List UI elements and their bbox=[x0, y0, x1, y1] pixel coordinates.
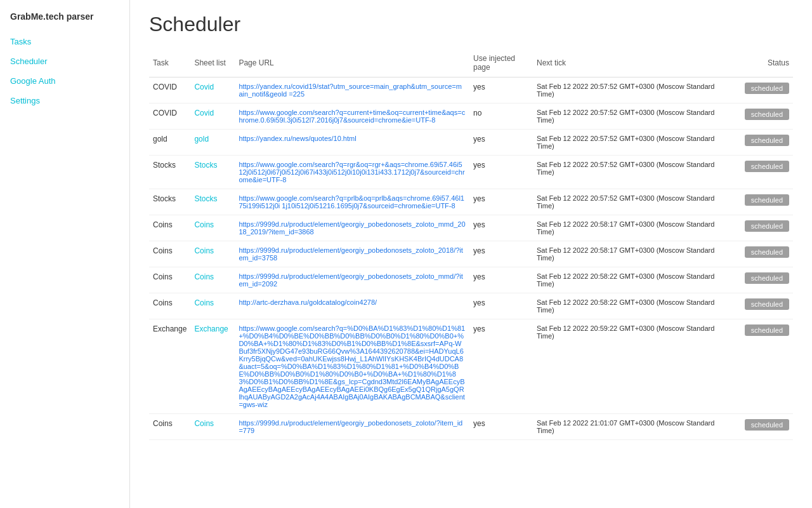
cell-url[interactable]: http://artc-derzhava.ru/goldcatalog/coin… bbox=[235, 293, 469, 319]
header-status: Status bbox=[730, 49, 793, 77]
cell-status: scheduled bbox=[730, 267, 793, 293]
cell-status: scheduled bbox=[730, 241, 793, 267]
cell-sheet[interactable]: Stocks bbox=[190, 189, 235, 215]
table-row: Coins Coins https://9999d.ru/product/ele… bbox=[149, 215, 793, 241]
cell-status: scheduled bbox=[730, 156, 793, 189]
cell-url[interactable]: https://9999d.ru/product/element/georgiy… bbox=[235, 414, 469, 440]
cell-sheet[interactable]: Coins bbox=[190, 215, 235, 241]
status-badge: scheduled bbox=[745, 324, 789, 336]
cell-task: COVID bbox=[149, 77, 190, 104]
cell-task: Stocks bbox=[149, 189, 190, 215]
cell-nexttick: Sat Feb 12 2022 20:58:22 GMT+0300 (Mosco… bbox=[533, 293, 730, 319]
cell-injected: yes bbox=[469, 293, 533, 319]
table-row: Coins Coins https://9999d.ru/product/ele… bbox=[149, 414, 793, 440]
header-injected: Use injected page bbox=[469, 49, 533, 77]
cell-status: scheduled bbox=[730, 130, 793, 156]
header-nexttick: Next tick bbox=[533, 49, 730, 77]
cell-url[interactable]: https://www.google.com/search?q=%D0%BA%D… bbox=[235, 319, 469, 414]
cell-url[interactable]: https://yandex.ru/news/quotes/10.html bbox=[235, 130, 469, 156]
cell-task: Exchange bbox=[149, 319, 190, 414]
status-badge: scheduled bbox=[745, 220, 789, 232]
table-row: Exchange Exchange https://www.google.com… bbox=[149, 319, 793, 414]
cell-sheet[interactable]: Coins bbox=[190, 414, 235, 440]
page-title: Scheduler bbox=[149, 13, 793, 36]
app-title: GrabMe.tech parser bbox=[0, 6, 129, 32]
cell-nexttick: Sat Feb 12 2022 21:01:07 GMT+0300 (Mosco… bbox=[533, 414, 730, 440]
cell-status: scheduled bbox=[730, 293, 793, 319]
header-task: Task bbox=[149, 49, 190, 77]
cell-nexttick: Sat Feb 12 2022 20:58:17 GMT+0300 (Mosco… bbox=[533, 241, 730, 267]
cell-injected: yes bbox=[469, 267, 533, 293]
cell-status: scheduled bbox=[730, 414, 793, 440]
sidebar-item-google-auth[interactable]: Google Auth bbox=[0, 71, 129, 91]
sidebar: GrabMe.tech parser Tasks Scheduler Googl… bbox=[0, 0, 130, 508]
cell-nexttick: Sat Feb 12 2022 20:57:52 GMT+0300 (Mosco… bbox=[533, 77, 730, 104]
cell-nexttick: Sat Feb 12 2022 20:58:17 GMT+0300 (Mosco… bbox=[533, 215, 730, 241]
cell-sheet[interactable]: Exchange bbox=[190, 319, 235, 414]
header-sheet: Sheet list bbox=[190, 49, 235, 77]
cell-sheet[interactable]: Covid bbox=[190, 104, 235, 130]
main-content: Scheduler Task Sheet list Page URL Use i… bbox=[130, 0, 812, 508]
cell-sheet[interactable]: Coins bbox=[190, 293, 235, 319]
sidebar-item-tasks[interactable]: Tasks bbox=[0, 32, 129, 51]
cell-nexttick: Sat Feb 12 2022 20:57:52 GMT+0300 (Mosco… bbox=[533, 156, 730, 189]
cell-task: Coins bbox=[149, 241, 190, 267]
cell-nexttick: Sat Feb 12 2022 20:57:52 GMT+0300 (Mosco… bbox=[533, 189, 730, 215]
cell-task: COVID bbox=[149, 104, 190, 130]
cell-injected: yes bbox=[469, 156, 533, 189]
cell-status: scheduled bbox=[730, 189, 793, 215]
scheduler-table: Task Sheet list Page URL Use injected pa… bbox=[149, 49, 793, 440]
cell-sheet[interactable]: Stocks bbox=[190, 156, 235, 189]
cell-injected: yes bbox=[469, 130, 533, 156]
cell-url[interactable]: https://9999d.ru/product/element/georgiy… bbox=[235, 267, 469, 293]
cell-nexttick: Sat Feb 12 2022 20:59:22 GMT+0300 (Mosco… bbox=[533, 319, 730, 414]
cell-nexttick: Sat Feb 12 2022 20:58:22 GMT+0300 (Mosco… bbox=[533, 267, 730, 293]
cell-status: scheduled bbox=[730, 77, 793, 104]
status-badge: scheduled bbox=[745, 194, 789, 206]
cell-injected: yes bbox=[469, 215, 533, 241]
cell-task: Coins bbox=[149, 414, 190, 440]
status-badge: scheduled bbox=[745, 246, 789, 258]
cell-injected: yes bbox=[469, 189, 533, 215]
cell-task: Coins bbox=[149, 293, 190, 319]
cell-url[interactable]: https://www.google.com/search?q=prlb&oq=… bbox=[235, 189, 469, 215]
cell-url[interactable]: https://www.google.com/search?q=current+… bbox=[235, 104, 469, 130]
table-body: COVID Covid https://yandex.ru/covid19/st… bbox=[149, 77, 793, 440]
status-badge: scheduled bbox=[745, 135, 789, 146]
cell-url[interactable]: https://9999d.ru/product/element/georgiy… bbox=[235, 215, 469, 241]
cell-url[interactable]: https://www.google.com/search?q=rgr&oq=r… bbox=[235, 156, 469, 189]
cell-sheet[interactable]: Coins bbox=[190, 241, 235, 267]
status-badge: scheduled bbox=[745, 419, 789, 431]
cell-injected: yes bbox=[469, 77, 533, 104]
status-badge: scheduled bbox=[745, 298, 789, 310]
table-row: COVID Covid https://www.google.com/searc… bbox=[149, 104, 793, 130]
status-badge: scheduled bbox=[745, 272, 789, 284]
cell-url[interactable]: https://yandex.ru/covid19/stat?utm_sourc… bbox=[235, 77, 469, 104]
status-badge: scheduled bbox=[745, 109, 789, 120]
cell-status: scheduled bbox=[730, 215, 793, 241]
sidebar-item-scheduler[interactable]: Scheduler bbox=[0, 51, 129, 71]
cell-nexttick: Sat Feb 12 2022 20:57:52 GMT+0300 (Mosco… bbox=[533, 130, 730, 156]
cell-injected: yes bbox=[469, 319, 533, 414]
status-badge: scheduled bbox=[745, 83, 789, 94]
cell-url[interactable]: https://9999d.ru/product/element/georgiy… bbox=[235, 241, 469, 267]
cell-task: gold bbox=[149, 130, 190, 156]
table-row: Coins Coins https://9999d.ru/product/ele… bbox=[149, 267, 793, 293]
cell-sheet[interactable]: Coins bbox=[190, 267, 235, 293]
table-row: COVID Covid https://yandex.ru/covid19/st… bbox=[149, 77, 793, 104]
sidebar-item-settings[interactable]: Settings bbox=[0, 91, 129, 110]
cell-status: scheduled bbox=[730, 319, 793, 414]
table-row: Stocks Stocks https://www.google.com/sea… bbox=[149, 156, 793, 189]
cell-sheet[interactable]: gold bbox=[190, 130, 235, 156]
cell-sheet[interactable]: Covid bbox=[190, 77, 235, 104]
table-row: Coins Coins https://9999d.ru/product/ele… bbox=[149, 241, 793, 267]
cell-injected: no bbox=[469, 104, 533, 130]
cell-status: scheduled bbox=[730, 104, 793, 130]
cell-task: Coins bbox=[149, 215, 190, 241]
cell-injected: yes bbox=[469, 241, 533, 267]
cell-task: Coins bbox=[149, 267, 190, 293]
header-url: Page URL bbox=[235, 49, 469, 77]
cell-injected: yes bbox=[469, 414, 533, 440]
cell-nexttick: Sat Feb 12 2022 20:57:52 GMT+0300 (Mosco… bbox=[533, 104, 730, 130]
table-row: Stocks Stocks https://www.google.com/sea… bbox=[149, 189, 793, 215]
